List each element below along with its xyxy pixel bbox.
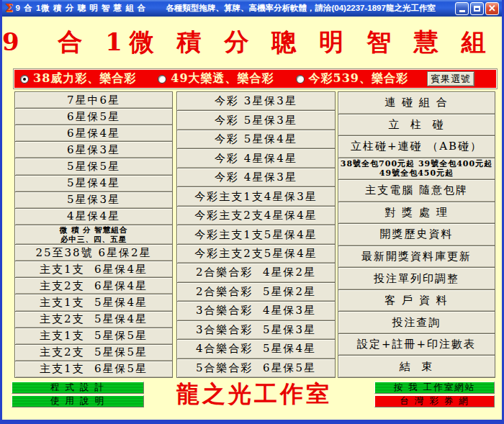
radio-label: 今彩539、樂合彩 — [309, 71, 408, 86]
minimize-icon — [459, 10, 465, 12]
maximize-button[interactable] — [470, 2, 484, 15]
menu-button[interactable]: 開獎歷史資料 — [338, 224, 495, 246]
menu-button[interactable]: 6星保5星 — [15, 109, 172, 125]
menu-button[interactable]: 7星中6星 — [15, 92, 172, 109]
menu-button[interactable]: 25至38號 6星保2星 — [15, 245, 172, 261]
window-subtitle: 各種類型拖牌、算牌、高機率分析軟體，請洽(04)2237-1897龍之光工作室 — [149, 3, 452, 14]
radio-icon[interactable] — [296, 75, 305, 84]
menu-button[interactable]: 今彩主支1支5星保4星 — [177, 225, 335, 244]
menu-button[interactable]: 主支1支 5星保4星 — [15, 294, 172, 311]
menu-button[interactable]: 4星保4星 — [15, 209, 172, 225]
menu-button[interactable]: 6星保3星 — [15, 142, 172, 158]
menu-button[interactable]: 主支2支 5星保5星 — [15, 345, 172, 361]
menu-button[interactable]: 2合樂合彩 4星保2星 — [177, 263, 335, 282]
page-title: 9 合 1微 積 分 聰 明 智 慧 組 合 — [2, 26, 502, 59]
radio-icon[interactable] — [158, 75, 166, 84]
menu-button[interactable]: 主支2支 5星保4星 — [15, 312, 172, 328]
menu-button[interactable]: 對 獎 處 理 — [338, 202, 495, 225]
menu-button[interactable]: 投注單列印調整 — [338, 268, 495, 290]
radio-icon[interactable] — [20, 75, 29, 84]
menu-button[interactable]: 立柱碰+連碰 （AB碰） — [338, 136, 495, 158]
menu-button[interactable]: 5合樂合彩 6星保5星 — [177, 359, 335, 377]
close-button[interactable]: ✕ — [485, 2, 499, 15]
studio-website-button[interactable]: 按 我 工作室網站 — [374, 382, 495, 394]
column-left: 7星中6星6星保5星6星保4星6星保3星5星保5星5星保4星5星保3星4星保4星… — [14, 91, 173, 378]
radio-label: 38威力彩、樂合彩 — [33, 71, 136, 86]
menu-button[interactable]: 6星保4星 — [15, 125, 172, 142]
menu-button[interactable]: 5星保4星 — [15, 176, 172, 192]
menu-button[interactable]: 今彩主支2支4星保4星 — [177, 207, 335, 225]
menu-button[interactable]: 今彩主支2支5星保4星 — [177, 245, 335, 263]
menu-button[interactable]: 連 碰 組 合 — [338, 92, 495, 114]
menu-button[interactable]: 主支1支 6星保5星 — [15, 361, 172, 377]
radio-label: 49大樂透、樂合彩 — [171, 71, 274, 86]
usage-help-button[interactable]: 使 用 說 明 — [12, 395, 144, 407]
menu-button[interactable]: 主支1支 5星保5星 — [15, 328, 172, 345]
menu-button[interactable]: 主支電腦 隨意包牌 — [338, 180, 495, 202]
lottery-type-radio[interactable]: 38威力彩、樂合彩 — [20, 71, 136, 86]
menu-button[interactable]: 立 柱 碰 — [338, 114, 495, 137]
column-middle: 今彩 3星保3星今彩 5星保3星今彩 5星保4星今彩 4星保4星今彩 4星保3星… — [176, 91, 336, 378]
lottery-type-radio[interactable]: 今彩539、樂合彩 — [296, 71, 408, 86]
menu-button[interactable]: 最新開獎資料庫更新 — [338, 246, 495, 269]
maximize-icon — [474, 6, 480, 12]
column-right: 連 碰 組 合立 柱 碰立柱碰+連碰 （AB碰）38號全包700元起 39號全包… — [338, 91, 495, 378]
menu-button[interactable]: 4合樂合彩 5星保4星 — [177, 340, 335, 358]
menu-button[interactable]: 今彩 4星保4星 — [177, 149, 335, 168]
app-window: Σ 9 合 1微 積 分 聰 明 智 慧 組 合 各種類型拖牌、算牌、高機率分析… — [0, 0, 504, 424]
studio-brand-text: 龍之光工作室 — [146, 379, 362, 410]
close-icon: ✕ — [488, 4, 496, 13]
lottery-type-option-bar: 38威力彩、樂合彩49大樂透、樂合彩今彩539、樂合彩 賓果選號 — [14, 69, 497, 89]
menu-button[interactable]: 今彩 5星保3星 — [177, 111, 335, 130]
menu-button[interactable]: 5星保3星 — [15, 192, 172, 209]
menu-button[interactable]: 5星保5星 — [15, 158, 172, 175]
menu-button[interactable]: 今彩 5星保4星 — [177, 130, 335, 149]
window-title: 9 合 1微 積 分 聰 明 智 慧 組 合 — [16, 3, 147, 14]
menu-button[interactable]: 設定+註冊+印注數表 — [338, 334, 495, 356]
taiwan-lottery-button[interactable]: 台 灣 彩 券 網 — [374, 395, 495, 407]
menu-button[interactable]: 投注查詢 — [338, 312, 495, 334]
menu-button[interactable]: 3合樂合彩 4星保3星 — [177, 302, 335, 320]
menu-button[interactable]: 3合樂合彩 5星保3星 — [177, 321, 335, 340]
menu-button[interactable]: 今彩 3星保3星 — [177, 92, 335, 111]
menu-button[interactable]: 客 戶 資 料 — [338, 290, 495, 312]
menu-button[interactable]: 微 積 分 智慧組合必中三、四、五星 — [15, 225, 172, 245]
lottery-type-radio[interactable]: 49大樂透、樂合彩 — [158, 71, 274, 86]
title-bar: Σ 9 合 1微 積 分 聰 明 智 慧 組 合 各種類型拖牌、算牌、高機率分析… — [2, 0, 502, 17]
bingo-select-button[interactable]: 賓果選號 — [427, 71, 474, 86]
menu-button[interactable]: 主支2支 6星保4星 — [15, 278, 172, 294]
menu-button[interactable]: 今彩主支1支4星保3星 — [177, 187, 335, 206]
menu-button[interactable]: 今彩 4星保3星 — [177, 168, 335, 187]
sigma-icon: Σ — [5, 3, 13, 14]
menu-button[interactable]: 2合樂合彩 5星保2星 — [177, 283, 335, 302]
menu-button[interactable]: 結 束 — [338, 356, 495, 377]
menu-button[interactable]: 主支1支 6星保4星 — [15, 261, 172, 278]
program-design-button[interactable]: 程 式 設 計 — [12, 382, 144, 394]
menu-button[interactable]: 38號全包700元起 39號全包400元起49號全包450元起 — [338, 158, 495, 181]
minimize-button[interactable] — [455, 2, 469, 15]
